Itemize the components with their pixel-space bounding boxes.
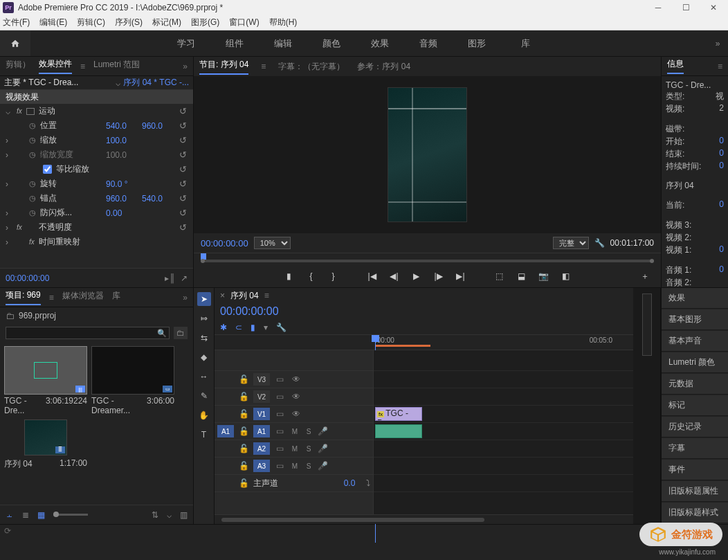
find-icon[interactable]: ▥ [180, 510, 188, 520]
project-search-input[interactable] [6, 327, 170, 339]
collapse-icon[interactable]: ⤵ [366, 478, 370, 488]
lock-icon[interactable]: 🔓 [237, 478, 251, 488]
panel-tab-captions[interactable]: 字幕 [662, 438, 728, 459]
panel-overflow[interactable]: » [183, 293, 188, 302]
expand-icon[interactable]: › [6, 208, 12, 218]
workspace-color[interactable]: 颜色 [307, 37, 356, 50]
list-view-icon[interactable]: ≣ [22, 510, 29, 520]
wrench-icon[interactable]: 🔧 [594, 238, 605, 248]
rotation-value[interactable]: 90.0 ° [106, 179, 138, 189]
timeline-sequence-name[interactable]: 序列 04 [230, 290, 259, 302]
stopwatch-icon[interactable]: ◷ [29, 208, 36, 217]
program-monitor[interactable] [194, 76, 661, 233]
panel-tab-markers[interactable]: 标记 [662, 395, 728, 416]
reset-icon[interactable]: ↺ [178, 106, 188, 116]
slip-tool[interactable]: ↔ [197, 370, 211, 383]
comparison-icon[interactable]: ◧ [560, 270, 572, 282]
timeline-ruler[interactable]: :00:00 00:05:0 [215, 335, 633, 350]
reset-icon[interactable]: ↺ [178, 179, 188, 189]
stopwatch-icon[interactable]: ◷ [29, 194, 36, 203]
panel-tab-effects[interactable]: 效果 [662, 288, 728, 309]
prop-motion[interactable]: 运动 [39, 105, 174, 117]
tab-program[interactable]: 节目: 序列 04 [199, 59, 248, 75]
selection-tool[interactable]: ➤ [197, 292, 211, 306]
voiceover-icon[interactable]: 🎤 [317, 444, 328, 453]
stopwatch-icon[interactable]: ◷ [29, 179, 36, 188]
panel-overflow[interactable]: » [183, 62, 188, 71]
sync-lock-icon[interactable]: ▭ [273, 392, 286, 401]
menu-markers[interactable]: 标记(M) [152, 17, 181, 28]
linked-selection-icon[interactable]: ⊂ [235, 323, 242, 332]
track-select-tool[interactable]: ⤇ [197, 311, 211, 325]
close-sequence-icon[interactable]: × [220, 291, 225, 300]
menu-graphics[interactable]: 图形(G) [191, 17, 219, 28]
panel-menu-icon[interactable]: ≡ [49, 293, 54, 302]
expand-icon[interactable]: › [6, 150, 12, 160]
type-tool[interactable]: T [197, 428, 211, 442]
panel-tab-metadata[interactable]: 元数据 [662, 374, 728, 395]
sync-lock-icon[interactable]: ▭ [273, 374, 286, 384]
fx-badge[interactable]: fx [29, 238, 35, 246]
mark-clip-icon[interactable]: } [327, 270, 340, 282]
track-target-v3[interactable]: V3 [253, 373, 270, 386]
stopwatch-icon[interactable]: ◷ [29, 136, 36, 145]
track-target-a3[interactable]: A3 [253, 460, 270, 472]
tab-media-browser[interactable]: 媒体浏览器 [62, 290, 104, 305]
scale-value[interactable]: 100.0 [106, 136, 138, 145]
ec-master-clip[interactable]: 主要 * TGC - Drea... [4, 77, 113, 89]
project-item[interactable]: ||| TGC - Dre...3:06:19224 [4, 346, 87, 415]
project-item[interactable]: ▭ TGC - Dreamer...3:06:00 [91, 346, 174, 415]
eye-icon[interactable]: 👁 [289, 374, 303, 384]
anchor-y[interactable]: 540.0 [142, 194, 174, 204]
timeline-zoom-scrollbar[interactable] [215, 514, 633, 524]
uniform-scale-checkbox[interactable] [43, 165, 52, 174]
go-to-out-icon[interactable]: ▶| [455, 270, 467, 282]
sync-lock-icon[interactable]: ▭ [273, 461, 286, 471]
step-forward-icon[interactable]: |▶ [433, 270, 445, 282]
panel-tab-legacy-title-styles[interactable]: 旧版标题样式 [662, 503, 728, 523]
panel-tab-essential-sound[interactable]: 基本声音 [662, 331, 728, 352]
workspace-graphics[interactable]: 图形 [453, 37, 501, 50]
expand-icon[interactable]: › [6, 136, 12, 145]
position-x[interactable]: 540.0 [106, 121, 138, 131]
position-y[interactable]: 960.0 [142, 121, 174, 131]
ec-export-icon[interactable]: ↗ [181, 273, 188, 283]
reset-icon[interactable]: ↺ [178, 208, 188, 218]
track-target-a2[interactable]: A2 [253, 442, 270, 455]
tab-libraries[interactable]: 库 [112, 290, 120, 305]
workspace-assembly[interactable]: 组件 [210, 37, 259, 50]
zoom-select[interactable]: 10% [254, 237, 291, 249]
mute-button[interactable]: M [289, 462, 300, 470]
lock-icon[interactable]: 🔓 [237, 409, 251, 419]
sort-icon[interactable]: ⇅ [152, 510, 158, 520]
track-target-a1[interactable]: A1 [253, 425, 270, 437]
lock-icon[interactable]: 🔓 [237, 426, 251, 436]
snap-icon[interactable]: ✱ [220, 323, 227, 332]
tab-info[interactable]: 信息 [667, 58, 684, 74]
captions-label[interactable]: 字幕：（无字幕） [278, 61, 345, 73]
pen-tool[interactable]: ✎ [197, 389, 211, 403]
extract-icon[interactable]: ⬓ [516, 270, 528, 282]
timeline-settings-icon[interactable]: ▾ [264, 323, 268, 332]
ripple-edit-tool[interactable]: ⇆ [197, 331, 211, 345]
voiceover-icon[interactable]: 🎤 [317, 426, 328, 436]
ec-timecode[interactable]: 00:00:00:00 [6, 273, 49, 283]
workspace-libraries[interactable]: 库 [501, 37, 549, 50]
expand-icon[interactable]: › [6, 179, 12, 189]
menu-window[interactable]: 窗口(W) [229, 17, 259, 28]
lock-icon[interactable]: 🔓 [237, 461, 251, 471]
step-back-icon[interactable]: ◀| [388, 270, 401, 282]
eye-icon[interactable]: 👁 [289, 409, 303, 419]
new-bin-icon[interactable]: 🗀 [174, 327, 188, 339]
panel-tab-essential-graphics[interactable]: 基本图形 [662, 309, 728, 330]
audio-meter[interactable] [633, 288, 661, 524]
ec-loop-icon[interactable]: ▸║ [165, 273, 175, 283]
panel-tab-history[interactable]: 历史记录 [662, 417, 728, 437]
prop-opacity[interactable]: 不透明度 [39, 222, 174, 233]
tab-source[interactable]: 剪辑） [6, 59, 30, 73]
reset-icon[interactable]: ↺ [178, 193, 188, 204]
lock-icon[interactable]: 🔓 [237, 374, 251, 384]
audio-clip[interactable] [375, 424, 422, 438]
resolution-select[interactable]: 完整 [553, 237, 589, 249]
stopwatch-icon[interactable]: ◷ [29, 121, 36, 130]
